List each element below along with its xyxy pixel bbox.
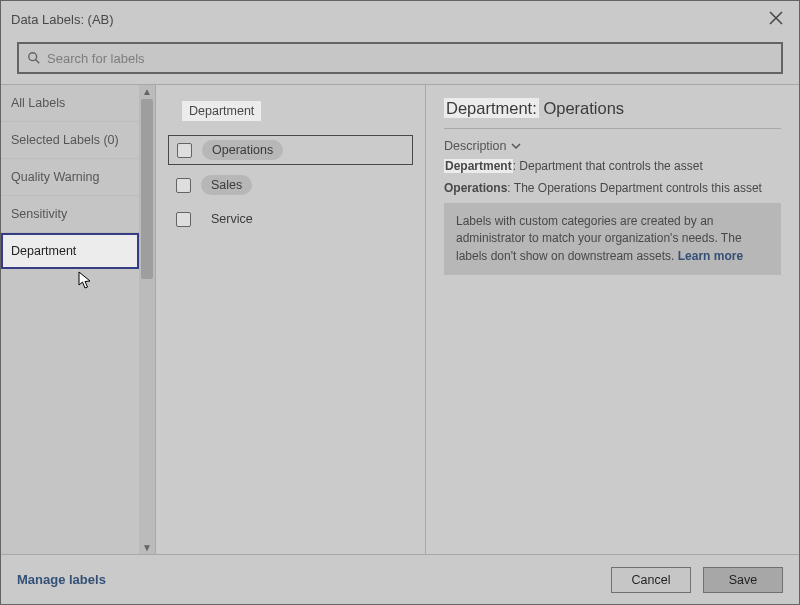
label-row-service[interactable]: Service (168, 205, 413, 233)
sidebar: All Labels Selected Labels (0) Quality W… (1, 85, 139, 554)
search-box[interactable] (17, 42, 783, 74)
search-input[interactable] (41, 51, 773, 66)
label-pill: Sales (201, 175, 252, 195)
dialog-window: Data Labels: (AB) All Labels Selected La… (0, 0, 800, 605)
checkbox-sales[interactable] (176, 178, 191, 193)
svg-line-3 (36, 60, 40, 64)
sidebar-scrollbar[interactable]: ▲ ▼ (139, 85, 155, 554)
learn-more-link[interactable]: Learn more (678, 249, 743, 263)
scroll-up-icon[interactable]: ▲ (142, 86, 152, 97)
save-button[interactable]: Save (703, 567, 783, 593)
sidebar-wrap: All Labels Selected Labels (0) Quality W… (1, 85, 156, 554)
desc-val: : The Operations Department controls thi… (507, 181, 762, 195)
sidebar-item-department[interactable]: Department (1, 233, 139, 269)
dialog-title: Data Labels: (AB) (11, 12, 114, 27)
desc-val: : Department that controls the asset (513, 159, 703, 173)
divider (444, 128, 781, 129)
label-pill: Operations (202, 140, 283, 160)
sidebar-item-selected-labels[interactable]: Selected Labels (0) (1, 122, 139, 159)
description-operations: Operations: The Operations Department co… (444, 181, 781, 195)
svg-point-2 (29, 53, 37, 61)
close-icon[interactable] (763, 7, 789, 32)
sidebar-item-all-labels[interactable]: All Labels (1, 85, 139, 122)
label-pill: Service (201, 209, 263, 229)
description-toggle[interactable]: Description (444, 139, 781, 153)
manage-labels-link[interactable]: Manage labels (17, 572, 106, 587)
chevron-down-icon (511, 141, 521, 151)
sidebar-item-quality-warning[interactable]: Quality Warning (1, 159, 139, 196)
footer-buttons: Cancel Save (611, 567, 783, 593)
label-row-operations[interactable]: Operations (168, 135, 413, 165)
search-container (1, 38, 799, 84)
description-department: Department: Department that controls the… (444, 159, 781, 173)
content-area: All Labels Selected Labels (0) Quality W… (1, 84, 799, 554)
sidebar-item-sensitivity[interactable]: Sensitivity (1, 196, 139, 233)
scrollbar-thumb[interactable] (141, 99, 153, 279)
cancel-button[interactable]: Cancel (611, 567, 691, 593)
info-box: Labels with custom categories are create… (444, 203, 781, 275)
checkbox-operations[interactable] (177, 143, 192, 158)
scroll-down-icon[interactable]: ▼ (142, 542, 152, 553)
category-chip: Department (182, 101, 261, 121)
label-row-sales[interactable]: Sales (168, 171, 413, 199)
details-title-prefix: Department: (444, 98, 539, 118)
footer: Manage labels Cancel Save (1, 554, 799, 604)
search-icon (27, 51, 41, 65)
details-pane: Department: Operations Description Depar… (426, 85, 799, 554)
desc-key: Operations (444, 181, 507, 195)
checkbox-service[interactable] (176, 212, 191, 227)
details-title-value: Operations (543, 99, 624, 117)
description-label: Description (444, 139, 507, 153)
labels-pane: Department Operations Sales Service (156, 85, 426, 554)
titlebar: Data Labels: (AB) (1, 1, 799, 38)
desc-key: Department (444, 159, 513, 173)
details-title: Department: Operations (444, 99, 781, 118)
